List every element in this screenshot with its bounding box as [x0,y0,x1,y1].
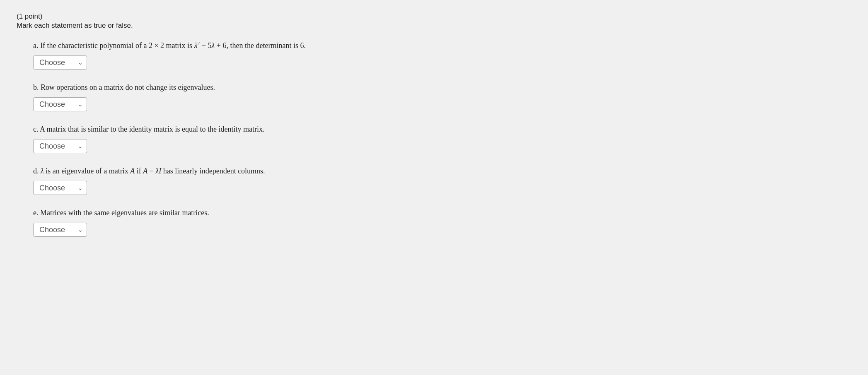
question-block-e: e. Matrices with the same eigenvalues ar… [33,207,851,237]
instruction-label: Mark each statement as true or false. [17,22,851,30]
question-block-c: c. A matrix that is similar to the ident… [33,124,851,153]
math-lambdaI-d: λI [155,167,161,175]
choose-select-a[interactable]: Choose True False [33,55,87,70]
choose-select-b[interactable]: Choose True False [33,97,87,111]
choose-select-e[interactable]: Choose True False [33,223,87,237]
question-text-e: e. Matrices with the same eigenvalues ar… [33,207,851,219]
question-label-d: d. [33,167,41,175]
question-label-e: e. [33,209,40,217]
question-text-d: d. λ is an eigenvalue of a matrix A if A… [33,166,851,177]
question-label-a: a. [33,41,40,50]
header: (1 point) Mark each statement as true or… [17,12,851,30]
question-text-a: a. If the characteristic polynomial of a… [33,40,851,51]
math-A-d: A [130,167,135,175]
page-container: (1 point) Mark each statement as true or… [17,12,851,237]
question-label-b: b. [33,83,41,91]
choose-wrapper-c: Choose True False ⌄ [33,139,87,153]
choose-wrapper-e: Choose True False ⌄ [33,223,87,237]
choose-select-d[interactable]: Choose True False [33,181,87,195]
choose-wrapper-b: Choose True False ⌄ [33,97,87,111]
choose-select-c[interactable]: Choose True False [33,139,87,153]
questions-container: a. If the characteristic polynomial of a… [33,40,851,237]
math-lambda-2: λ [211,41,215,50]
question-block-d: d. λ is an eigenvalue of a matrix A if A… [33,166,851,195]
question-text-c: c. A matrix that is similar to the ident… [33,124,851,135]
math-sup-2: 2 [197,41,200,46]
points-label: (1 point) [17,12,851,21]
question-block-a: a. If the characteristic polynomial of a… [33,40,851,70]
question-block-b: b. Row operations on a matrix do not cha… [33,82,851,111]
choose-wrapper-d: Choose True False ⌄ [33,181,87,195]
choose-wrapper-a: Choose True False ⌄ [33,55,87,70]
question-label-c: c. [33,125,40,133]
math-expr-d: A [143,167,147,175]
question-text-b: b. Row operations on a matrix do not cha… [33,82,851,93]
math-lambda-d: λ [41,167,44,175]
